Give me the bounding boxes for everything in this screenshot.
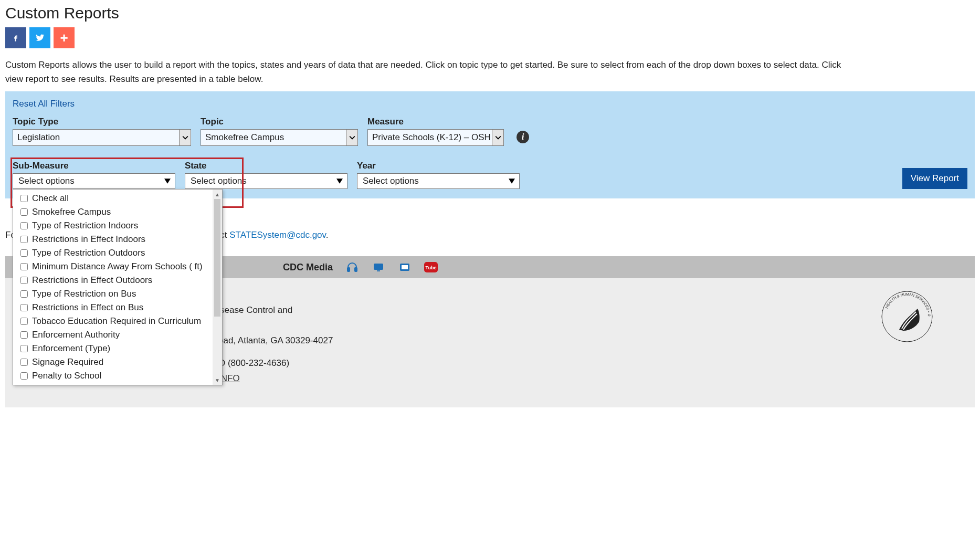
ecards-icon[interactable] — [398, 260, 412, 274]
scroll-track[interactable] — [214, 199, 220, 317]
option-checkbox[interactable] — [20, 195, 28, 202]
filter-row-1: Topic Type Legislation Topic Smokefree C… — [13, 117, 967, 146]
chevron-down-icon — [179, 130, 191, 145]
filter-panel: Reset All Filters Topic Type Legislation… — [5, 91, 975, 198]
topic-type-label: Topic Type — [13, 117, 191, 127]
option-checkbox[interactable] — [20, 236, 28, 243]
option-label: Restrictions in Effect on Bus — [32, 302, 143, 313]
sub-measure-option[interactable]: Signage Required — [13, 355, 222, 369]
option-label: Check all — [32, 193, 69, 204]
sub-measure-option[interactable]: Restrictions in Effect on Bus — [13, 301, 222, 314]
topic-value: Smokefree Campus — [205, 132, 284, 143]
chevron-down-icon — [346, 130, 357, 145]
sub-measure-label: Sub-Measure — [13, 161, 175, 171]
svg-point-8 — [882, 291, 932, 342]
sub-measure-option[interactable]: Enforcement (Type) — [13, 342, 222, 355]
youtube-icon[interactable]: Tube — [424, 260, 438, 274]
measure-label: Measure — [367, 117, 504, 127]
sub-measure-placeholder: Select options — [18, 176, 75, 186]
option-checkbox[interactable] — [20, 222, 28, 229]
sub-measure-option[interactable]: Smokefree Campus — [13, 205, 222, 219]
info-icon[interactable]: i — [517, 131, 529, 143]
sub-measure-option[interactable]: Type of Restriction Outdoors — [13, 246, 222, 260]
sub-measure-option[interactable]: Minimum Distance Away From Schools ( ft) — [13, 260, 222, 274]
topic-select[interactable]: Smokefree Campus — [201, 129, 358, 146]
filter-row-2: Sub-Measure Select options State Select … — [13, 161, 967, 189]
sub-measure-select[interactable]: Select options — [13, 173, 175, 189]
svg-text:Tube: Tube — [426, 265, 437, 270]
share-row: + — [5, 27, 975, 48]
option-label: Type of Restriction Indoors — [32, 220, 138, 231]
option-label: Enforcement (Type) — [32, 343, 110, 354]
page-title: Custom Reports — [5, 4, 975, 22]
option-checkbox[interactable] — [20, 345, 28, 352]
option-label: Type of Restriction Outdoors — [32, 248, 145, 258]
option-label: Enforcement Authority — [32, 330, 120, 340]
option-checkbox[interactable] — [20, 304, 28, 311]
svg-rect-5 — [402, 265, 408, 269]
sub-measure-option[interactable]: Penalty to School — [13, 369, 222, 383]
listen-icon[interactable] — [345, 260, 359, 274]
sub-measure-option[interactable]: Tobacco Education Required in Curriculum — [13, 314, 222, 328]
reset-filters-link[interactable]: Reset All Filters — [13, 99, 75, 109]
option-label: Restrictions in Effect Indoors — [32, 234, 145, 245]
chevron-down-icon — [492, 130, 503, 145]
state-placeholder: Select options — [191, 176, 247, 186]
option-label: Signage Required — [32, 357, 103, 367]
measure-select[interactable]: Private Schools (K-12) – OSH — [367, 129, 504, 146]
svg-rect-2 — [374, 264, 383, 270]
svg-rect-1 — [355, 268, 357, 271]
option-label: Smokefree Campus — [32, 207, 111, 217]
topic-type-select[interactable]: Legislation — [13, 129, 191, 146]
footer-line-3: O (800-232-4636) — [218, 358, 289, 368]
option-checkbox[interactable] — [20, 359, 28, 366]
option-label: Minimum Distance Away From Schools ( ft) — [32, 261, 203, 272]
facebook-share-button[interactable] — [5, 27, 26, 48]
watch-icon[interactable] — [372, 260, 385, 274]
footer-line-1: isease Control and — [218, 305, 292, 315]
option-checkbox[interactable] — [20, 249, 28, 257]
option-checkbox[interactable] — [20, 372, 28, 380]
year-select[interactable]: Select options — [357, 173, 520, 189]
sub-measure-option[interactable]: Check all — [13, 192, 222, 205]
option-checkbox[interactable] — [20, 318, 28, 325]
cdc-media-label: CDC Media — [283, 262, 333, 273]
year-placeholder: Select options — [363, 176, 419, 186]
contact-email-link[interactable]: STATESystem@cdc.gov — [229, 230, 326, 240]
topic-type-value: Legislation — [17, 132, 60, 143]
intro-text: Custom Reports allows the user to build … — [5, 58, 861, 86]
measure-value: Private Schools (K-12) – OSH — [372, 132, 491, 143]
triangle-down-icon — [164, 176, 171, 186]
state-select[interactable]: Select options — [185, 173, 347, 189]
scroll-up-arrow[interactable]: ▲ — [213, 190, 222, 199]
sub-measure-option[interactable]: Enforcement Authority — [13, 328, 222, 342]
sub-measure-option[interactable]: Restrictions in Effect Indoors — [13, 233, 222, 246]
option-checkbox[interactable] — [20, 290, 28, 298]
triangle-down-icon — [336, 176, 343, 186]
option-label: Penalty to School — [32, 371, 101, 381]
sub-measure-option[interactable]: Restrictions in Effect Outdoors — [13, 274, 222, 287]
svg-rect-0 — [347, 268, 350, 271]
topic-label: Topic — [201, 117, 358, 127]
footer-line-2: oad, Atlanta, GA 30329-4027 — [218, 335, 333, 345]
sub-measure-option[interactable]: Type of Restriction on Bus — [13, 287, 222, 301]
triangle-down-icon — [509, 176, 515, 186]
option-checkbox[interactable] — [20, 263, 28, 270]
sub-measure-dropdown[interactable]: Check allSmokefree CampusType of Restric… — [13, 189, 223, 385]
state-label: State — [185, 161, 347, 171]
year-label: Year — [357, 161, 520, 171]
sub-measure-option[interactable]: Type of Restriction Indoors — [13, 219, 222, 233]
option-label: Tobacco Education Required in Curriculum — [32, 316, 201, 327]
twitter-share-button[interactable] — [29, 27, 50, 48]
dropdown-scrollbar[interactable]: ▲ ▼ — [213, 190, 222, 385]
option-checkbox[interactable] — [20, 208, 28, 216]
option-label: Restrictions in Effect Outdoors — [32, 275, 152, 286]
option-checkbox[interactable] — [20, 331, 28, 339]
svg-rect-3 — [377, 270, 380, 271]
addthis-share-button[interactable]: + — [54, 27, 75, 48]
view-report-button[interactable]: View Report — [902, 168, 967, 189]
scroll-down-arrow[interactable]: ▼ — [213, 375, 222, 385]
option-checkbox[interactable] — [20, 277, 28, 284]
option-label: Type of Restriction on Bus — [32, 289, 136, 299]
hhs-seal-icon: HEALTH & HUMAN SERVICES • USA — [878, 288, 936, 386]
